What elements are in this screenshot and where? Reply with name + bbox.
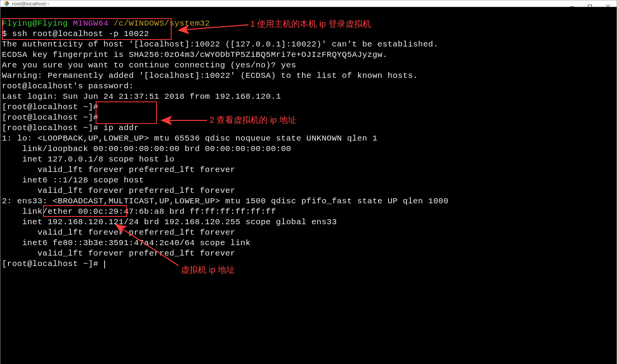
term-line: inet6 ::1/128 scope host <box>2 176 144 185</box>
term-line: inet 127.0.0.1/8 scope host lo <box>2 155 174 164</box>
term-line: [root@localhost ~]# <box>2 103 103 112</box>
window: root@localhost:~ Flying@Flying MINGW64 /… <box>0 0 617 364</box>
highlight-box-ip <box>43 205 127 217</box>
term-line: Are you sure you want to continue connec… <box>2 61 296 70</box>
annotation-2: 2 查看虚拟机的 ip 地址 <box>210 115 296 125</box>
term-line: root@localhost's password: <box>2 82 134 91</box>
term-line: [root@localhost ~]# ip addr <box>2 124 139 132</box>
term-line: valid_lft forever preferred_lft forever <box>2 186 235 195</box>
svg-marker-4 <box>4 1 7 3</box>
term-line: Last login: Sun Jun 24 21:37:51 2018 fro… <box>2 92 281 101</box>
terminal[interactable]: Flying@Flying MINGW64 /c/WINDOWS/system3… <box>0 7 617 364</box>
term-line: 2: ens33: <BROADCAST,MULTICAST,UP,LOWER_… <box>2 197 449 206</box>
term-line: The authenticity of host '[localhost]:10… <box>2 40 438 49</box>
prompt-ps1: [root@localhost ~]# <box>2 124 103 132</box>
term-line: valid_lft forever preferred_lft forever <box>2 228 235 237</box>
term-line: [root@localhost ~]# <box>2 113 103 122</box>
highlight-box-ipaddr <box>96 101 157 124</box>
term-line: valid_lft forever preferred_lft forever <box>2 249 235 258</box>
annotation-3: 虚拟机 ip 地址 <box>181 264 235 275</box>
term-line: 1: lo: <LOOPBACK,UP,LOWER_UP> mtu 65536 … <box>2 134 378 143</box>
annotation-1: 1 使用主机的本机 ip 登录虚拟机 <box>250 19 371 29</box>
term-line: inet 192.168.120.121/24 brd 192.168.120.… <box>2 218 337 227</box>
term-line: [root@localhost ~]# <box>2 259 105 268</box>
titlebar: root@localhost:~ <box>0 0 617 7</box>
app-icon <box>3 0 10 7</box>
window-title: root@localhost:~ <box>12 1 50 7</box>
term-line: ECDSA key fingerprint is SHA256:0zO4m3/c… <box>2 50 388 59</box>
highlight-box-ssh <box>2 18 172 40</box>
ipaddr-command: ip addr <box>103 124 139 132</box>
prompt-ps1: [root@localhost ~]# <box>2 259 103 268</box>
cursor <box>104 261 105 268</box>
term-line: Warning: Permanently added '[localhost]:… <box>2 71 418 80</box>
term-line: valid_lft forever preferred_lft forever <box>2 165 235 174</box>
term-line: inet6 fe80::3b3e:3591:47a4:2c40/64 scope… <box>2 239 251 247</box>
term-line: link/loopback 00:00:00:00:00:00 brd 00:0… <box>2 144 291 153</box>
svg-marker-3 <box>4 3 7 6</box>
